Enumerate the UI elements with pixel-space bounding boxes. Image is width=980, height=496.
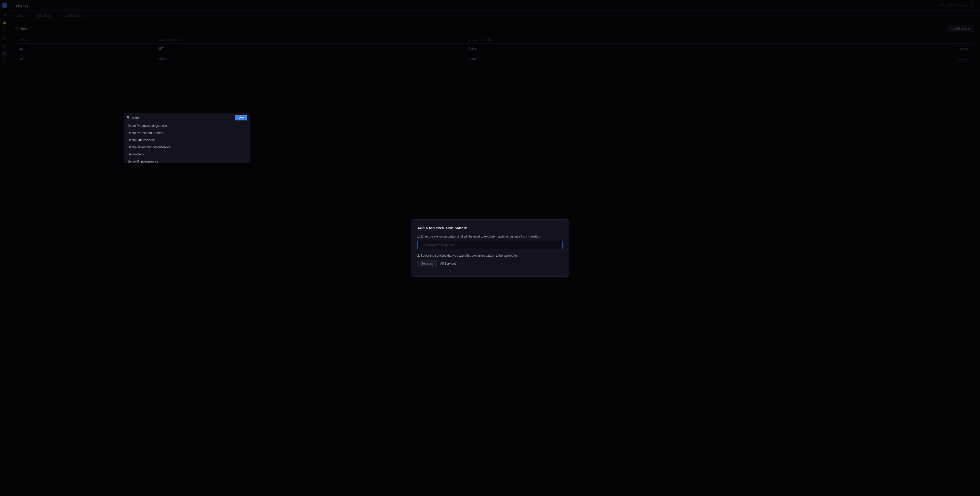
modal-step1: 1. Enter the exclusion pattern that will… <box>417 235 563 238</box>
dropdown-search-input[interactable] <box>132 116 233 120</box>
services-selector: Services All Services <box>417 260 563 267</box>
dropdown-list: Demo-Productcatalogservice Demo-Promethe… <box>124 122 250 163</box>
dropdown-item-2[interactable]: Demo-Quoteservice <box>124 137 250 144</box>
dropdown-item-5[interactable]: Demo-Shippingservice <box>124 158 250 163</box>
services-all-option[interactable]: All Services <box>437 260 460 267</box>
dropdown-item-0[interactable]: Demo-Productcatalogservice <box>124 122 250 129</box>
dropdown-search-row: 🔍 Save <box>124 114 250 122</box>
dropdown-item-3[interactable]: Demo-Recommendationservice <box>124 144 250 151</box>
dropdown-item-1[interactable]: Demo-Prometheus-Server <box>124 129 250 137</box>
modal-step2: 2. Select the services that you want thi… <box>417 254 563 258</box>
modal-overlay: Add a log exclusion pattern 1. Enter the… <box>0 0 980 496</box>
modal-title: Add a log exclusion pattern <box>417 226 563 230</box>
modal-dialog: Add a log exclusion pattern 1. Enter the… <box>411 219 569 277</box>
services-label: Services <box>417 260 437 267</box>
dropdown-save-button[interactable]: Save <box>235 115 247 121</box>
search-icon: 🔍 <box>127 116 130 120</box>
exclusion-regex-input[interactable] <box>417 241 563 249</box>
services-dropdown: 🔍 Save Demo-Productcatalogservice Demo-P… <box>124 113 250 163</box>
dropdown-item-4[interactable]: Demo-Redis <box>124 151 250 158</box>
